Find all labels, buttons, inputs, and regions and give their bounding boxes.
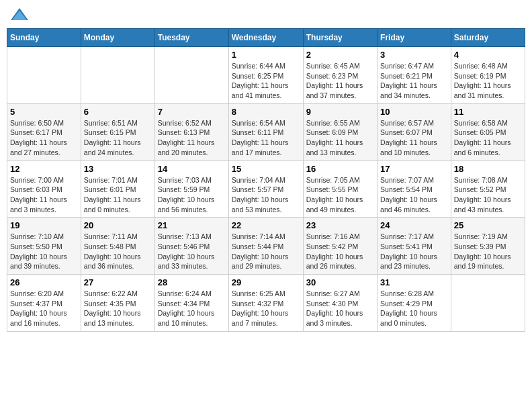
day-number: 28 [158, 277, 226, 287]
daylight-text: Daylight: 11 hours and 20 minutes. [158, 138, 215, 156]
calendar-day-cell: 28Sunrise: 6:24 AMSunset: 4:34 PMDayligh… [154, 275, 228, 332]
calendar-day-cell: 27Sunrise: 6:22 AMSunset: 4:35 PMDayligh… [81, 275, 154, 332]
sunset-text: Sunset: 5:57 PM [232, 185, 284, 193]
day-content: Sunrise: 6:22 AMSunset: 4:35 PMDaylight:… [84, 289, 152, 328]
day-content: Sunrise: 7:19 AMSunset: 5:39 PMDaylight:… [454, 232, 522, 271]
sunrise-text: Sunrise: 6:51 AM [84, 119, 138, 127]
sunset-text: Sunset: 6:09 PM [306, 128, 359, 136]
sunrise-text: Sunrise: 6:57 AM [380, 119, 434, 127]
day-content: Sunrise: 6:54 AMSunset: 6:11 PMDaylight:… [232, 118, 300, 158]
daylight-text: Daylight: 10 hours and 36 minutes. [84, 253, 141, 271]
day-content: Sunrise: 7:04 AMSunset: 5:57 PMDaylight:… [232, 175, 300, 215]
sunset-text: Sunset: 5:42 PM [306, 242, 359, 250]
day-number: 25 [454, 220, 522, 230]
sunset-text: Sunset: 5:48 PM [84, 242, 136, 250]
calendar-week-row: 1Sunrise: 6:44 AMSunset: 6:25 PMDaylight… [7, 47, 525, 104]
calendar-day-cell: 13Sunrise: 7:01 AMSunset: 6:01 PMDayligh… [81, 161, 154, 218]
day-number: 29 [232, 277, 300, 287]
daylight-text: Daylight: 11 hours and 17 minutes. [232, 138, 289, 156]
sunset-text: Sunset: 6:17 PM [10, 128, 62, 136]
calendar-day-cell: 22Sunrise: 7:14 AMSunset: 5:44 PMDayligh… [228, 218, 303, 275]
day-content: Sunrise: 7:10 AMSunset: 5:50 PMDaylight:… [10, 232, 78, 271]
daylight-text: Daylight: 10 hours and 3 minutes. [306, 309, 363, 327]
daylight-text: Daylight: 10 hours and 7 minutes. [232, 309, 289, 327]
daylight-text: Daylight: 10 hours and 23 minutes. [380, 253, 437, 271]
daylight-text: Daylight: 10 hours and 29 minutes. [232, 253, 289, 271]
day-number: 30 [306, 277, 374, 287]
calendar-day-cell: 6Sunrise: 6:51 AMSunset: 6:15 PMDaylight… [81, 103, 154, 161]
day-content: Sunrise: 7:11 AMSunset: 5:48 PMDaylight:… [84, 232, 152, 271]
day-number: 12 [10, 164, 78, 174]
sunset-text: Sunset: 6:07 PM [380, 128, 433, 136]
sunrise-text: Sunrise: 7:00 AM [10, 176, 64, 184]
day-number: 13 [84, 164, 152, 174]
daylight-text: Daylight: 10 hours and 49 minutes. [306, 195, 363, 214]
day-number: 8 [232, 107, 300, 117]
calendar-day-cell: 10Sunrise: 6:57 AMSunset: 6:07 PMDayligh… [378, 103, 451, 161]
day-content: Sunrise: 6:27 AMSunset: 4:30 PMDaylight:… [306, 289, 374, 328]
calendar-day-cell: 19Sunrise: 7:10 AMSunset: 5:50 PMDayligh… [7, 218, 81, 275]
day-content: Sunrise: 7:00 AMSunset: 6:03 PMDaylight:… [10, 175, 78, 215]
daylight-text: Daylight: 10 hours and 13 minutes. [84, 309, 141, 327]
day-number: 19 [10, 220, 78, 230]
day-of-week-header: Sunday [7, 29, 81, 47]
sunset-text: Sunset: 6:03 PM [10, 185, 62, 193]
day-number: 11 [454, 107, 522, 117]
sunrise-text: Sunrise: 6:47 AM [380, 62, 434, 70]
sunrise-text: Sunrise: 7:16 AM [306, 232, 360, 240]
calendar-day-cell: 30Sunrise: 6:27 AMSunset: 4:30 PMDayligh… [303, 275, 377, 332]
sunrise-text: Sunrise: 7:13 AM [158, 232, 212, 240]
calendar-week-row: 26Sunrise: 6:20 AMSunset: 4:37 PMDayligh… [7, 275, 525, 332]
day-content: Sunrise: 7:01 AMSunset: 6:01 PMDaylight:… [84, 175, 152, 215]
calendar-day-cell: 11Sunrise: 6:58 AMSunset: 6:05 PMDayligh… [451, 103, 525, 161]
sunrise-text: Sunrise: 7:03 AM [158, 176, 212, 184]
sunrise-text: Sunrise: 6:20 AM [10, 289, 64, 298]
calendar-day-cell: 16Sunrise: 7:05 AMSunset: 5:55 PMDayligh… [303, 161, 377, 218]
sunset-text: Sunset: 6:23 PM [306, 72, 359, 80]
day-content: Sunrise: 6:50 AMSunset: 6:17 PMDaylight:… [10, 118, 78, 158]
daylight-text: Daylight: 11 hours and 24 minutes. [84, 138, 141, 156]
day-number: 4 [454, 50, 522, 60]
day-of-week-header: Tuesday [154, 29, 228, 47]
sunset-text: Sunset: 6:19 PM [454, 72, 506, 80]
sunset-text: Sunset: 6:21 PM [380, 72, 433, 80]
sunset-text: Sunset: 6:13 PM [158, 128, 210, 136]
sunset-text: Sunset: 4:29 PM [380, 300, 433, 308]
day-of-week-header: Wednesday [228, 29, 303, 47]
day-number: 18 [454, 164, 522, 174]
day-of-week-header: Saturday [451, 29, 525, 47]
daylight-text: Daylight: 11 hours and 0 minutes. [84, 195, 141, 214]
sunrise-text: Sunrise: 6:55 AM [306, 119, 360, 127]
calendar-day-cell: 17Sunrise: 7:07 AMSunset: 5:54 PMDayligh… [378, 161, 451, 218]
sunset-text: Sunset: 4:32 PM [232, 300, 284, 308]
sunrise-text: Sunrise: 7:04 AM [232, 176, 285, 184]
sunrise-text: Sunrise: 7:19 AM [454, 232, 508, 240]
calendar-day-cell: 25Sunrise: 7:19 AMSunset: 5:39 PMDayligh… [451, 218, 525, 275]
daylight-text: Daylight: 11 hours and 6 minutes. [454, 138, 511, 156]
day-number: 15 [232, 164, 300, 174]
daylight-text: Daylight: 10 hours and 16 minutes. [10, 309, 67, 327]
sunrise-text: Sunrise: 6:52 AM [158, 119, 212, 127]
day-content: Sunrise: 6:24 AMSunset: 4:34 PMDaylight:… [158, 289, 226, 328]
daylight-text: Daylight: 11 hours and 13 minutes. [306, 138, 363, 156]
logo [9, 7, 32, 23]
day-number: 27 [84, 277, 152, 287]
day-content: Sunrise: 6:57 AMSunset: 6:07 PMDaylight:… [380, 118, 448, 158]
sunrise-text: Sunrise: 7:17 AM [380, 232, 434, 240]
sunset-text: Sunset: 6:15 PM [84, 128, 136, 136]
sunset-text: Sunset: 4:37 PM [10, 300, 62, 308]
day-content: Sunrise: 6:55 AMSunset: 6:09 PMDaylight:… [306, 118, 374, 158]
calendar-day-cell [81, 47, 154, 104]
day-number: 16 [306, 164, 374, 174]
day-content: Sunrise: 6:20 AMSunset: 4:37 PMDaylight:… [10, 289, 78, 328]
calendar-week-row: 19Sunrise: 7:10 AMSunset: 5:50 PMDayligh… [7, 218, 525, 275]
calendar-day-cell: 5Sunrise: 6:50 AMSunset: 6:17 PMDaylight… [7, 103, 81, 161]
daylight-text: Daylight: 10 hours and 46 minutes. [380, 195, 437, 214]
day-content: Sunrise: 6:44 AMSunset: 6:25 PMDaylight:… [232, 61, 300, 101]
day-number: 24 [380, 220, 448, 230]
calendar-day-cell: 4Sunrise: 6:48 AMSunset: 6:19 PMDaylight… [451, 47, 525, 104]
daylight-text: Daylight: 11 hours and 3 minutes. [10, 195, 67, 214]
sunset-text: Sunset: 4:35 PM [84, 300, 136, 308]
calendar-day-cell: 7Sunrise: 6:52 AMSunset: 6:13 PMDaylight… [154, 103, 228, 161]
sunrise-text: Sunrise: 7:11 AM [84, 232, 138, 240]
